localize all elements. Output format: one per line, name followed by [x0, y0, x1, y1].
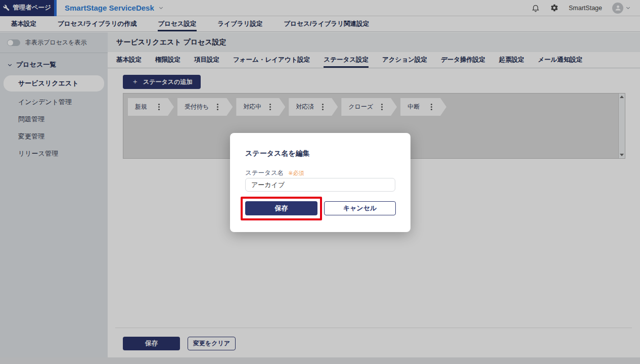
modal-cancel-button[interactable]: キャンセル [324, 201, 396, 215]
modal-save-button[interactable]: 保存 [245, 201, 317, 215]
modal-title: ステータス名を編集 [245, 149, 310, 158]
edit-status-name-modal: ステータス名を編集 ステータス名 ※必須 保存 キャンセル [230, 133, 410, 232]
status-name-label: ステータス名 [245, 169, 284, 177]
field-label-row: ステータス名 ※必須 [245, 169, 304, 177]
app-window: 管理者ページ SmartStage ServiceDesk SmartStage [0, 0, 640, 364]
status-name-input[interactable] [245, 178, 395, 192]
required-badge: ※必須 [288, 169, 304, 177]
